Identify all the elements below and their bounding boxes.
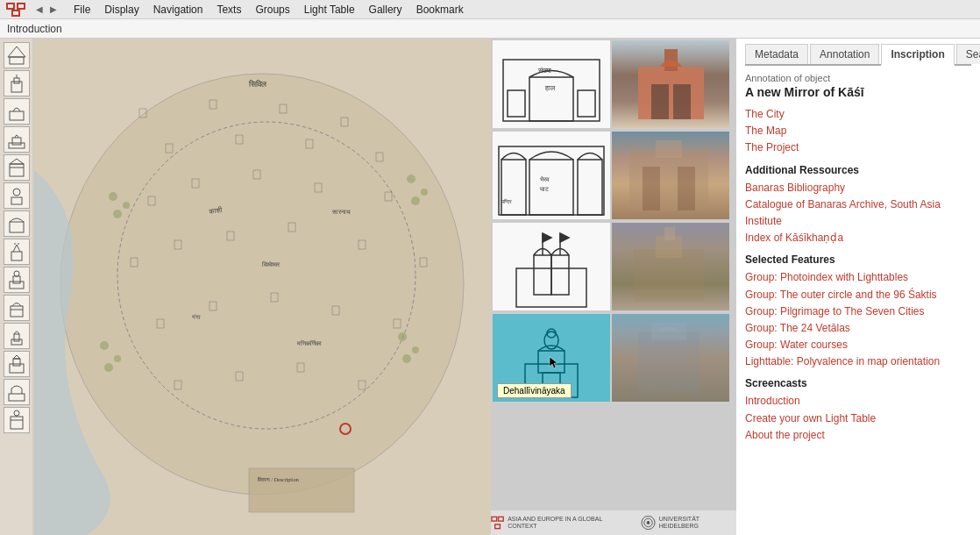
link-index-kasikhanda[interactable]: Index of Kāśīkhaṇḍa — [745, 230, 971, 246]
nav-arrows[interactable]: ◀ ▶ — [33, 4, 60, 15]
link-outer-circle[interactable]: Group: The outer circle and the 96 Śakti… — [745, 287, 971, 303]
link-24-vetalas[interactable]: Group: The 24 Vetālas — [745, 320, 971, 337]
sidebar-icon-14[interactable] — [4, 407, 30, 433]
breadcrumb: Introduction — [7, 23, 62, 35]
svg-rect-20 — [10, 282, 24, 289]
sidebar-icon-11[interactable] — [4, 323, 30, 349]
link-pilgrimage[interactable]: Group: Pilgrimage to The Seven Cities — [745, 303, 971, 320]
link-lighttable-polyvalence[interactable]: Lighttable: Polyvalence in map orientati… — [745, 353, 971, 370]
sidebar-icon-3[interactable] — [4, 98, 30, 125]
menu-navigation[interactable]: Navigation — [146, 2, 210, 18]
screencasts-heading: Screencasts — [745, 377, 971, 389]
link-the-map[interactable]: The Map — [745, 123, 971, 139]
svg-text:विश्वेश्वर: विश्वेश्वर — [261, 260, 281, 268]
sidebar-icon-6[interactable] — [4, 182, 30, 209]
menu-texts[interactable]: Texts — [209, 2, 248, 18]
menu-bar: ◀ ▶ File Display Navigation Texts Groups… — [0, 0, 980, 19]
svg-rect-10 — [12, 138, 21, 145]
svg-point-75 — [123, 202, 130, 209]
thumb-row-1: संख्या हाल — [491, 39, 736, 130]
svg-point-85 — [402, 354, 411, 363]
thumbnail-1[interactable]: संख्या हाल — [493, 40, 610, 128]
link-photoindex[interactable]: Group: Photoindex with Lighttables — [745, 269, 971, 286]
thumbnail-5[interactable] — [493, 223, 610, 310]
svg-rect-117 — [664, 227, 675, 240]
sidebar-icon-8[interactable] — [4, 239, 30, 265]
sidebar-icon-9[interactable] — [4, 267, 30, 293]
svg-point-33 — [14, 410, 19, 416]
svg-text:सिविल: सिविल — [248, 80, 266, 89]
thumbnail-8[interactable] — [612, 314, 729, 402]
svg-rect-123 — [638, 332, 699, 393]
svg-point-81 — [114, 355, 121, 362]
svg-marker-13 — [10, 159, 24, 164]
sidebar-icon-7[interactable] — [4, 210, 30, 237]
thumbnail-2[interactable] — [612, 40, 729, 128]
svg-rect-0 — [7, 4, 14, 9]
menu-groups[interactable]: Groups — [248, 2, 296, 18]
thumbnail-3[interactable]: भैरव घाट मन्दिर — [493, 132, 610, 219]
menu-light-table[interactable]: Light Table — [297, 2, 362, 18]
svg-rect-1 — [18, 4, 25, 9]
thumbnail-4[interactable] — [612, 132, 729, 219]
svg-marker-114 — [560, 233, 569, 242]
link-screencast-intro[interactable]: Introduction — [745, 393, 971, 410]
tab-annotation[interactable]: Annotation — [810, 44, 879, 64]
link-create-light-table[interactable]: Create your own Light Table — [745, 410, 971, 427]
svg-point-36 — [60, 74, 464, 495]
link-about-project[interactable]: About the project — [745, 427, 971, 444]
sidebar-icon-2[interactable] — [4, 70, 30, 96]
tab-metadata[interactable]: Metadata — [745, 44, 808, 64]
svg-rect-109 — [534, 255, 551, 295]
svg-rect-119 — [538, 351, 565, 373]
back-arrow[interactable]: ◀ — [33, 4, 46, 15]
sidebar-icon-13[interactable] — [4, 379, 30, 405]
svg-rect-126 — [499, 517, 504, 521]
sidebar-icon-12[interactable] — [4, 351, 30, 377]
svg-rect-110 — [551, 255, 569, 295]
map-canvas[interactable]: सिविल — [33, 39, 491, 535]
svg-point-77 — [407, 175, 415, 183]
forward-arrow[interactable]: ▶ — [47, 4, 60, 15]
sidebar-icon-1[interactable] — [4, 42, 30, 68]
svg-rect-26 — [14, 334, 19, 341]
link-catalogue-banaras[interactable]: Catalogue of Banaras Archive, South Asia… — [745, 196, 971, 230]
sidebar-icon-10[interactable] — [4, 295, 30, 321]
menu-gallery[interactable]: Gallery — [362, 2, 409, 18]
thumbnails-panel: संख्या हाल — [491, 39, 736, 535]
svg-point-122 — [547, 329, 556, 338]
sidebar-icon-4[interactable] — [4, 126, 30, 153]
svg-marker-113 — [543, 233, 551, 242]
svg-rect-14 — [11, 197, 22, 204]
svg-rect-23 — [11, 306, 23, 317]
svg-rect-100 — [578, 160, 602, 215]
svg-text:संख्या: संख्या — [537, 67, 551, 75]
svg-rect-92 — [578, 90, 595, 117]
menu-display[interactable]: Display — [97, 2, 146, 18]
svg-point-79 — [411, 196, 420, 205]
tab-search[interactable]: Search — [956, 44, 980, 64]
menu-bookmark[interactable]: Bookmark — [409, 2, 471, 18]
svg-rect-94 — [651, 84, 669, 119]
menu-items: File Display Navigation Texts Groups Lig… — [67, 2, 471, 18]
link-the-project[interactable]: The Project — [745, 139, 971, 156]
tooltip: Dehallīvināyaka — [497, 383, 572, 398]
link-banaras-bibliography[interactable]: Banaras Bibliography — [745, 180, 971, 196]
link-water-courses[interactable]: Group: Water courses — [745, 337, 971, 353]
thumb-row-4: Dehallīvināyaka — [491, 312, 736, 403]
thumbnail-7[interactable]: Dehallīvināyaka — [493, 314, 610, 402]
svg-point-78 — [421, 189, 428, 196]
svg-point-84 — [412, 346, 419, 353]
sidebar-icon-5[interactable] — [4, 154, 30, 181]
thumbnail-6[interactable] — [612, 223, 729, 310]
link-the-city[interactable]: The City — [745, 106, 971, 123]
svg-rect-98 — [529, 160, 573, 215]
svg-rect-21 — [13, 276, 20, 283]
svg-rect-30 — [9, 394, 25, 401]
additional-resources-section: Additional Ressources Banaras Bibliograp… — [745, 164, 971, 247]
thumb-row-2: भैरव घाट मन्दिर — [491, 130, 736, 221]
tab-inscription[interactable]: Inscription — [881, 44, 954, 66]
svg-rect-17 — [11, 252, 22, 260]
menu-file[interactable]: File — [67, 2, 97, 18]
svg-rect-11 — [10, 164, 24, 176]
